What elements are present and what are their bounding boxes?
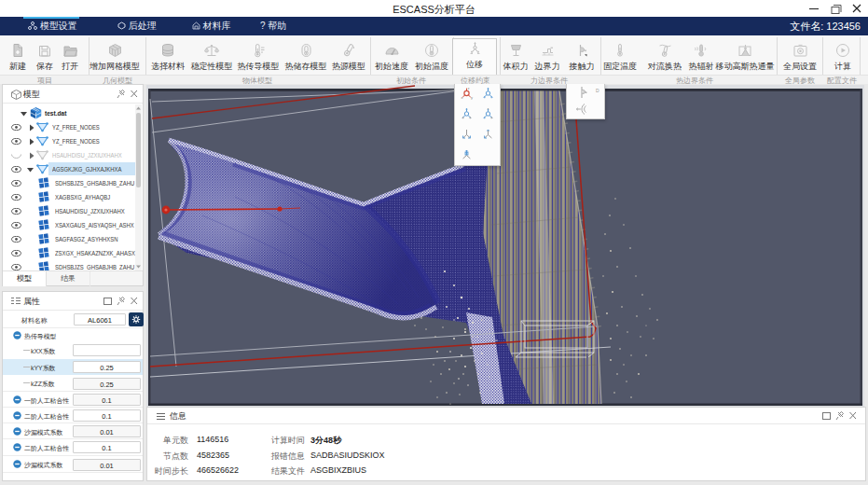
svg-text:z: z [468,86,470,90]
svg-text:y: y [471,95,473,100]
svg-text:x: x [462,95,463,100]
